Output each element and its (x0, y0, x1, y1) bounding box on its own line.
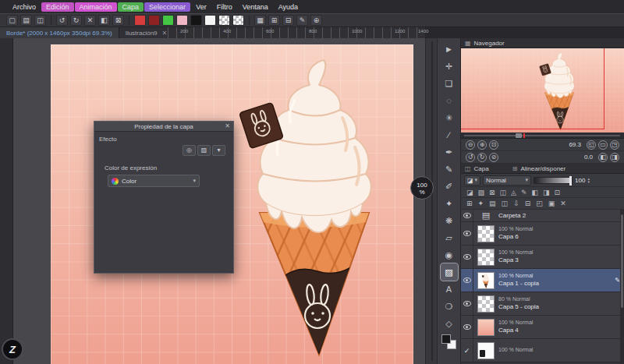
fill-icon[interactable]: ◧ (98, 15, 110, 26)
layer-visibility-eye-icon[interactable] (463, 231, 471, 236)
gradient-tool-icon[interactable]: ▨ (441, 263, 458, 281)
new-vector-layer-icon[interactable]: ✦ (478, 200, 484, 207)
zoom-100-icon[interactable]: ◱ (587, 140, 596, 150)
dialog-close-icon[interactable]: ✕ (225, 122, 230, 129)
divide-panel-icon[interactable]: ◨ (543, 189, 550, 196)
green-swatch-icon[interactable] (162, 15, 174, 26)
brush-size-badge[interactable]: 100 % (410, 176, 434, 200)
menu-capa[interactable]: Capa (118, 2, 144, 12)
visibility-cell[interactable] (461, 292, 473, 315)
layer-visibility-eye-icon[interactable] (463, 254, 471, 260)
text-tool-icon[interactable]: A (441, 281, 458, 298)
clip-studio-logo[interactable]: Z (2, 338, 23, 360)
airbrush-tool-icon[interactable]: ✦ (441, 195, 458, 212)
visibility-cell[interactable] (461, 316, 473, 338)
guides-toggle-icon[interactable]: ⊟ (282, 15, 294, 26)
full-view-icon[interactable]: ◳ (610, 140, 619, 150)
dialog-title-bar[interactable]: Propiedad de la capa ✕ (94, 122, 233, 132)
flip-vertical-icon[interactable]: ◨ (610, 153, 619, 162)
rotate-left-icon[interactable]: ↺ (466, 153, 475, 162)
visibility-cell[interactable] (461, 246, 473, 268)
fit-screen-icon[interactable]: ▭ (598, 140, 608, 150)
layer-list-scrollbar[interactable] (620, 210, 624, 364)
navigator-thumbnail[interactable] (461, 48, 624, 133)
figure-tool-icon[interactable]: ◇ (441, 315, 458, 332)
new-layer-icon[interactable]: ⊞ (466, 200, 473, 207)
slider-handle[interactable] (516, 133, 522, 138)
layer-thumbnail[interactable] (477, 319, 495, 336)
layer-visibility-eye-icon[interactable] (463, 277, 471, 283)
stepper-down-icon[interactable]: ▾ (587, 180, 590, 183)
layer-visibility-eye-icon[interactable] (463, 324, 471, 330)
brush-tool-icon[interactable]: ✐ (441, 178, 458, 195)
scrollbar-thumb[interactable] (621, 214, 623, 308)
move-tool-icon[interactable]: ✛ (441, 58, 458, 75)
redo-icon[interactable]: ↻ (70, 15, 82, 26)
transform-icon[interactable]: ⊠ (112, 15, 124, 26)
operation-tool-icon[interactable]: ► (441, 41, 458, 58)
menu-edicion[interactable]: Edición (41, 2, 74, 12)
layer-visibility-eye-icon[interactable] (463, 213, 471, 218)
snap-toggle-icon[interactable]: ⊞ (268, 15, 280, 26)
effect-tone-button[interactable]: ▨ (197, 145, 211, 156)
layer-visibility-eye-icon[interactable] (463, 301, 471, 306)
tab-capa[interactable]: Capa (474, 165, 489, 172)
lock-alpha-icon[interactable]: ▨ (478, 189, 485, 196)
tab-close-icon[interactable]: ✕ (162, 30, 168, 37)
lock-layer-icon[interactable]: ⊠ (489, 189, 495, 196)
zoom-fit-icon[interactable]: ⊡ (489, 140, 498, 150)
layer-row-capa-3[interactable]: 100 % Normal Capa 3 (461, 246, 624, 269)
select-pen-icon[interactable]: ✎ (296, 15, 308, 26)
tab-alinear-disponer[interactable]: Alinear/disponer (520, 165, 566, 172)
visibility-cell[interactable]: ✓ (461, 339, 473, 362)
zoom-out-icon[interactable]: ⊖ (466, 140, 475, 150)
navigator-header[interactable]: ▦ Navegador (461, 38, 624, 48)
visibility-cell[interactable] (461, 210, 473, 221)
open-file-icon[interactable]: ▤ (20, 15, 32, 26)
menu-ayuda[interactable]: Ayuda (274, 2, 303, 12)
effect-extra-button[interactable]: ▾ (212, 145, 225, 156)
new-file-icon[interactable]: ▢ (6, 15, 18, 26)
layer-color-icon[interactable]: ◧ (532, 189, 539, 196)
layer-row-capa-4[interactable]: 100 % Normal Capa 4 (461, 316, 624, 339)
tab-document-inactive[interactable]: Ilustración9 ✕ (119, 27, 175, 38)
reference-layer-icon[interactable]: ◬ (511, 189, 516, 196)
red-swatch-icon[interactable] (134, 15, 146, 26)
layer-thumbnail[interactable] (477, 295, 495, 313)
black-swatch-icon[interactable] (190, 15, 202, 26)
layer-settings-icon[interactable]: ▣ (548, 200, 555, 207)
opacity-slider-handle[interactable] (569, 176, 572, 186)
main-color-swatch[interactable] (441, 334, 451, 344)
layer-mask-icon[interactable]: ⊟ (525, 200, 531, 207)
panel-divider[interactable] (425, 38, 437, 364)
clip-below-icon[interactable]: ◫ (500, 189, 507, 196)
layer-thumbnail[interactable] (477, 272, 495, 289)
eyedropper-tool-icon[interactable]: ∕ (441, 126, 458, 143)
decoration-tool-icon[interactable]: ❋ (441, 212, 458, 229)
blend-mode-select[interactable]: Normal ▾ (483, 175, 531, 186)
duplicate-layer-icon[interactable]: ◫ (502, 200, 509, 207)
layer-thumbnail[interactable] (477, 249, 495, 266)
auto-select-tool-icon[interactable]: ✳ (441, 109, 458, 126)
balloon-tool-icon[interactable]: ❍ (441, 298, 458, 315)
opacity-slider[interactable] (534, 177, 573, 184)
menu-archivo[interactable]: Archivo (8, 2, 41, 12)
reset-rotation-icon[interactable]: ⊘ (489, 153, 498, 162)
menu-filtro[interactable]: Filtro (212, 2, 237, 12)
eraser-tool-icon[interactable]: ▱ (441, 229, 458, 246)
merge-down-icon[interactable]: ⇩ (513, 200, 519, 207)
pink-swatch-icon[interactable] (176, 15, 188, 26)
pen-tool-icon[interactable]: ✒ (441, 143, 458, 161)
delete-layer-icon[interactable]: ✕ (560, 200, 566, 207)
effect-edge-button[interactable]: ◎ (183, 145, 196, 156)
grid-toggle-icon[interactable]: ▦ (254, 15, 266, 26)
blend-tool-icon[interactable]: ◉ (441, 246, 458, 263)
rotate-right-icon[interactable]: ↻ (477, 153, 487, 162)
layer-row-capa-6[interactable]: 100 % Normal Capa 6 (461, 222, 624, 246)
visibility-cell[interactable] (461, 222, 473, 245)
transparency-checker-icon[interactable] (218, 15, 230, 26)
layer-row-bottom-partial[interactable]: ✓ 100 % Normal (461, 339, 624, 362)
white-swatch-icon[interactable] (204, 15, 216, 26)
layer-row-carpeta-2[interactable]: ▤ Carpeta 2 (461, 210, 624, 222)
layer-combine-combo[interactable]: ◪ ▾ (464, 175, 480, 186)
